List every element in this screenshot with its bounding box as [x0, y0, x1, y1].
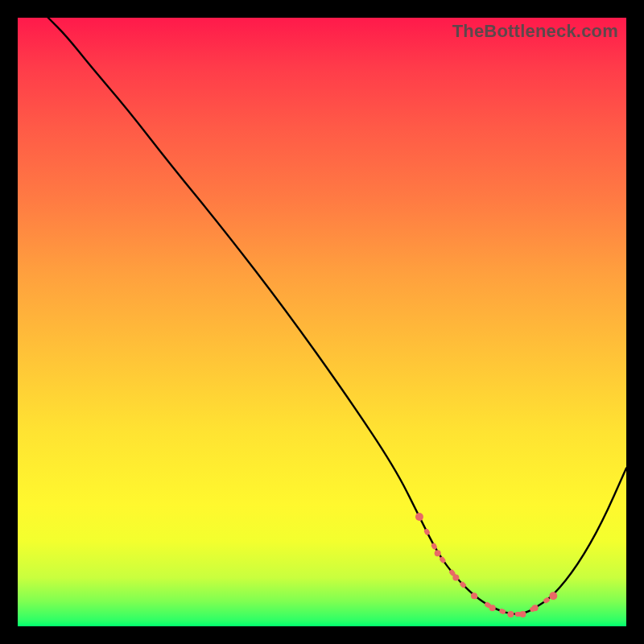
bottleneck-curve — [48, 18, 626, 614]
optimal-band-dot — [452, 575, 459, 581]
optimal-band-dot — [519, 611, 526, 617]
optimal-band-markers — [415, 513, 557, 617]
optimal-band-dot — [435, 550, 441, 556]
optimal-band-dot — [532, 605, 539, 611]
optimal-band-dot — [415, 513, 423, 521]
optimal-band-line — [419, 517, 553, 614]
plot-area: TheBottleneck.com — [18, 18, 626, 626]
chart-frame: TheBottleneck.com — [0, 0, 644, 644]
optimal-band-dot — [549, 592, 557, 600]
optimal-band-dot — [471, 592, 477, 599]
optimal-band-dot — [507, 611, 514, 617]
optimal-band-dot — [489, 605, 496, 611]
chart-svg — [18, 18, 626, 626]
